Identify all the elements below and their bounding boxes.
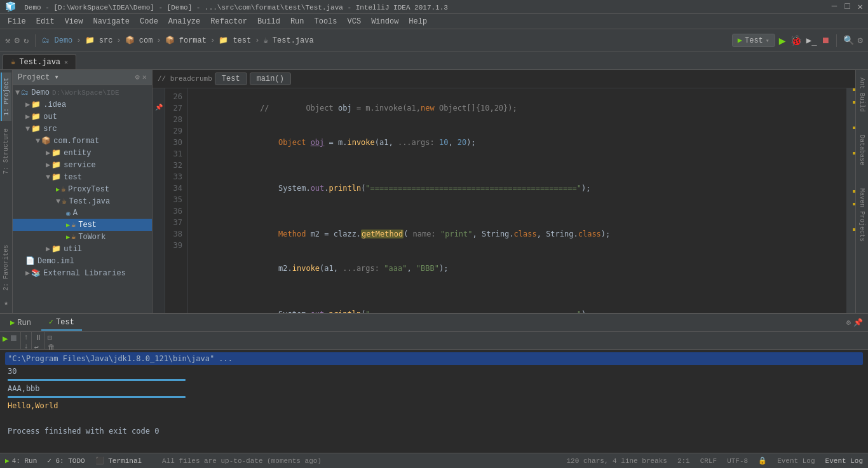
stop-button[interactable]: ⏹ <box>821 36 830 46</box>
maximize-btn[interactable]: □ <box>844 1 850 12</box>
console-line-30: 30 <box>5 365 863 378</box>
console-stop-btn[interactable]: ⏹ <box>9 333 18 344</box>
run-config[interactable]: ▶ Test ▾ <box>732 34 775 47</box>
menu-window[interactable]: Window <box>366 16 403 27</box>
tree-item-out[interactable]: ▶ 📁 out <box>13 111 152 123</box>
menu-build[interactable]: Build <box>252 16 285 27</box>
status-todo-tab[interactable]: ✓ 6: TODO <box>47 457 85 465</box>
menu-tools[interactable]: Tools <box>309 16 342 27</box>
menu-analyze[interactable]: Analyze <box>163 16 205 27</box>
status-run-tab[interactable]: ▶ 4: Run <box>5 457 37 465</box>
tree-icon-util: 📁 <box>51 244 61 254</box>
menu-navigate[interactable]: Navigate <box>88 16 135 27</box>
status-event-log[interactable]: Event Log <box>777 457 815 465</box>
debug-button[interactable]: 🐞 <box>790 34 803 47</box>
file-tab-close-icon[interactable]: ✕ <box>64 59 68 66</box>
console-filter-btn[interactable]: ⊟ <box>48 333 55 343</box>
tree-icon-testjava: ☕ <box>62 196 66 206</box>
right-sidebar-ant-build[interactable]: Ant Build <box>857 72 867 117</box>
method-tab-test[interactable]: Test <box>215 72 247 85</box>
tree-item-test[interactable]: ▼ 📁 test <box>13 171 152 183</box>
project-tool-sync[interactable]: ⚙ <box>135 72 140 82</box>
tree-icon-test-class: ☕ <box>71 220 76 230</box>
menu-edit[interactable]: Edit <box>31 16 60 27</box>
menu-vcs[interactable]: VCS <box>342 16 367 27</box>
tree-item-proxytest[interactable]: ▶ ☕ ProxyTest <box>13 183 152 195</box>
breadcrumb-demo[interactable]: 🗂 Demo <box>42 36 72 45</box>
breadcrumb-com[interactable]: 📦 com <box>125 36 153 45</box>
menu-view[interactable]: View <box>60 16 88 27</box>
tree-item-extlibs[interactable]: ▶ 📚 External Libraries <box>13 267 152 279</box>
right-sidebar-database[interactable]: Database <box>857 130 867 170</box>
tree-item-entity[interactable]: ▶ 📁 entity <box>13 147 152 159</box>
status-line-ending[interactable]: CRLF <box>700 457 717 465</box>
toolbar-icon-sync[interactable]: ↻ <box>24 35 29 46</box>
status-encoding[interactable]: UTF-8 <box>727 457 748 465</box>
menu-code[interactable]: Code <box>135 16 163 27</box>
gutter: 📌 <box>153 88 165 313</box>
tree-item-testjava[interactable]: ▼ ☕ Test.java <box>13 195 152 207</box>
tree-item-idea[interactable]: ▶ 📁 .idea <box>13 99 152 111</box>
method-tab-main[interactable]: main() <box>250 72 291 85</box>
toolbar-icon-build[interactable]: ⚒ <box>5 35 10 46</box>
left-sidebar: 1: Project 7: Structure 2: Favorites ★ <box>0 70 13 313</box>
tree-item-demo[interactable]: ▼ 🗂 Demo D:\WorkSpace\IDE <box>13 86 152 99</box>
tree-item-towork[interactable]: ▶ ☕ ToWork <box>13 231 152 243</box>
coverage-button[interactable]: ▶̲ <box>806 35 817 46</box>
breadcrumb-src[interactable]: 📁 src <box>85 36 113 45</box>
title-bar: 🧊 Demo - [D:\WorkSpace\IDEA\Demo] - [Dem… <box>0 0 868 14</box>
right-sidebar: Ant Build Database Maven Projects <box>855 70 868 313</box>
status-terminal-tab[interactable]: ⬛ Terminal <box>95 457 142 465</box>
sidebar-project-tab[interactable]: 1: Project <box>1 72 11 121</box>
close-btn[interactable]: ✕ <box>858 1 863 12</box>
tree-arrow-idea: ▶ <box>25 100 30 109</box>
bottom-settings-icon[interactable]: ⚙ <box>846 318 851 327</box>
bottom-panel: ▶ Run ✓ Test ⚙ 📌 ▶ ⏹ ↑ ↓ ⏸ ↩ <box>0 313 868 453</box>
tree-item-test-class[interactable]: ▶ ☕ Test <box>13 219 152 231</box>
bottom-tab-run[interactable]: ▶ Run <box>3 315 39 330</box>
menu-run[interactable]: Run <box>285 16 309 27</box>
toolbar-icon-settings[interactable]: ⚙ <box>14 35 19 46</box>
menu-help[interactable]: Help <box>403 16 432 27</box>
sidebar-star-icon: ★ <box>1 296 11 310</box>
status-lock-icon: 🔒 <box>758 457 767 465</box>
toolbar-gear[interactable]: ⚙ <box>858 35 863 46</box>
tree-icon-demoixml: 📄 <box>25 256 35 266</box>
tree-path-demo: D:\WorkSpace\IDE <box>52 89 119 97</box>
title-bar-controls: ─ □ ✕ <box>832 1 863 12</box>
tree-item-src[interactable]: ▼ 📁 src <box>13 123 152 135</box>
tree-item-a[interactable]: ◉ A <box>13 207 152 219</box>
tree-icon-towork-runner: ▶ <box>66 233 70 241</box>
tree-item-demoliml[interactable]: 📄 Demo.iml <box>13 255 152 267</box>
sidebar-structure-tab[interactable]: 7: Structure <box>1 123 11 179</box>
code-area[interactable]: // Object obj = m.invoke(a1,new Object[]… <box>188 88 846 313</box>
console-area[interactable]: "C:\Program Files\Java\jdk1.8.0_121\bin\… <box>0 350 868 453</box>
sidebar-favorites-tab[interactable]: 2: Favorites <box>1 240 11 296</box>
menu-file[interactable]: File <box>3 16 31 27</box>
menu-refactor[interactable]: Refactor <box>205 16 252 27</box>
code-line-32: m2.invoke(a1, ...args: "aaa", "BBB"); <box>196 251 839 286</box>
console-run-btn[interactable]: ▶ <box>3 333 8 344</box>
console-up-btn[interactable]: ↑ <box>24 333 28 342</box>
linenum-29: 29 <box>170 125 182 137</box>
status-event-log-label[interactable]: Event Log <box>825 457 863 465</box>
minimize-btn[interactable]: ─ <box>832 1 837 12</box>
breadcrumb-file[interactable]: ☕ Test.java <box>263 36 313 45</box>
linenum-30: 30 <box>170 137 182 148</box>
file-tab-test-java[interactable]: ☕ Test.java ✕ <box>3 54 76 69</box>
toolbar-search[interactable]: 🔍 <box>843 35 854 46</box>
breadcrumb-test[interactable]: 📁 test <box>219 36 251 45</box>
code-line-33 <box>196 286 839 297</box>
run-button[interactable]: ▶ <box>779 34 786 48</box>
tree-item-service[interactable]: ▶ 📁 service <box>13 159 152 171</box>
console-line-helloworld: Hello,World <box>5 399 863 412</box>
tree-item-comformat[interactable]: ▼ 📦 com.format <box>13 135 152 147</box>
right-sidebar-maven[interactable]: Maven Projects <box>857 183 867 247</box>
breadcrumb-format[interactable]: 📦 format <box>165 36 207 45</box>
project-tool-close[interactable]: ✕ <box>142 72 147 82</box>
console-pause-btn[interactable]: ⏸ <box>34 333 42 343</box>
bottom-tab-test[interactable]: ✓ Test <box>41 315 82 331</box>
tree-item-util[interactable]: ▶ 📁 util <box>13 243 152 255</box>
status-line-col[interactable]: 2:1 <box>677 457 690 465</box>
bottom-pin-icon[interactable]: 📌 <box>853 318 863 327</box>
